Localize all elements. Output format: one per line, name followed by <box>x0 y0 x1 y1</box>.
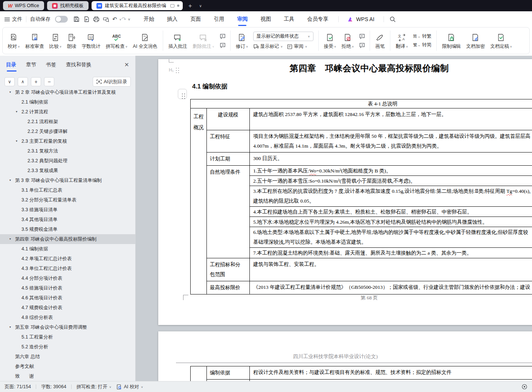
wps-ai-button[interactable]: WPS AI <box>342 16 379 22</box>
toc-item[interactable]: ▾ 4.6 其他项目计价表 <box>0 293 135 303</box>
toc-item[interactable]: ▾ 第 2 章 邛崃会议中心项目清单工程量计算及复核 <box>0 87 135 97</box>
heading-level-badge[interactable]: H₁ <box>169 67 177 73</box>
toc-item[interactable]: ▾ 2.3.2 典型问题处理 <box>0 156 135 166</box>
read-aloud-button[interactable]: 朗读 <box>64 31 79 50</box>
paragraph-drag-handle[interactable] <box>178 89 187 99</box>
sidebar-tab[interactable]: 书签 <box>46 61 56 72</box>
tab-template-store[interactable]: 找稻壳模板 <box>47 1 89 10</box>
menu-item[interactable]: 开始 <box>137 11 161 27</box>
compare-button[interactable]: 比较∨ <box>47 31 64 50</box>
print-button[interactable] <box>91 15 101 24</box>
ink-brush-button[interactable]: 画笔 <box>373 31 387 50</box>
review-pane-button[interactable]: 审阅∨ <box>287 43 307 50</box>
markup-state-dropdown[interactable]: 显示标记的最终状态 ∨ <box>253 32 313 41</box>
close-sidebar-button[interactable]: ✕ <box>124 61 129 71</box>
standard-review-button[interactable]: 标准审查 <box>23 31 47 50</box>
toc-expand-arrow-icon[interactable]: ▾ <box>9 325 11 329</box>
toc-item[interactable]: ▾ 第四章 邛崃会议中心最高投标限价编制 <box>0 234 135 244</box>
word-count-indicator[interactable]: 字数: 39064 <box>41 384 66 390</box>
expand-all-button[interactable]: ∨ <box>5 77 15 86</box>
track-changes-button[interactable]: 修订∨ <box>233 31 251 50</box>
export-pdf-button[interactable]: P <box>81 15 91 24</box>
collapse-all-button[interactable]: ∧ <box>18 77 28 86</box>
toc-item[interactable]: ▾ 2.2 计算流程 <box>0 107 135 117</box>
toc-item[interactable]: ▾ 第 3 章 邛崃会议中心项目工程量清单编制 <box>0 175 135 185</box>
ai-proofread-button[interactable]: AI 校对∨ <box>116 384 143 390</box>
toc-expand-arrow-icon[interactable]: ▾ <box>16 139 17 143</box>
toc-item[interactable]: ▾ 2.3.1 复核方法 <box>0 146 135 156</box>
insert-comment-button[interactable]: 插入批注 <box>166 31 190 50</box>
toc-item[interactable]: ▾ 2.3.3 复核成果 <box>0 166 135 175</box>
menu-item[interactable]: 会员专享 <box>301 11 335 27</box>
toc-item[interactable]: ▾ 5.1 工程量分析 <box>0 332 135 342</box>
toc-item[interactable]: ▾ 4.8 综价分析表 <box>0 313 135 322</box>
menu-item[interactable]: 引用 <box>207 11 231 27</box>
show-markup-button[interactable]: 显示标记∨ <box>253 43 283 50</box>
redo-button[interactable]: ↷ <box>121 16 126 23</box>
toc-item[interactable]: ▾ 3.2 分部分项工程量清单表 <box>0 195 135 205</box>
tab-wps-office[interactable]: W WPS Office <box>3 1 44 10</box>
document-canvas[interactable]: H₁ 第四章 邛崃会议中心最高投标限价编制 4.1 编制依据 表 4-1 总说明… <box>136 56 532 381</box>
tab-list-chevron-icon[interactable]: ∨ <box>198 4 203 8</box>
toc-item[interactable]: ▾ 2.2.1 流程框架 <box>0 117 135 127</box>
menu-item[interactable]: 页面 <box>184 11 207 27</box>
drag-handle-icon[interactable] <box>176 68 177 69</box>
toc-item[interactable]: ▾ 3.1 单位工程汇总表 <box>0 185 135 195</box>
print-preview-button[interactable] <box>101 15 111 24</box>
zoom-out-outline-button[interactable]: − <box>44 77 54 86</box>
toc-item[interactable]: ▾ 3.4 其他项目清单 <box>0 215 135 224</box>
toc-item[interactable]: ▾ 4.5 措施项目计价表 <box>0 283 135 293</box>
restrict-editing-button[interactable]: 限制编辑 <box>439 31 463 50</box>
next-change-button[interactable] <box>358 42 366 49</box>
toc-item[interactable]: ▾ 5.2 造价分析 <box>0 342 135 352</box>
toc-expand-arrow-icon[interactable]: ▾ <box>9 178 11 182</box>
previous-comment-button[interactable] <box>218 33 226 40</box>
word-count-button[interactable]: 12 字数统计 <box>79 31 103 50</box>
autosave-control[interactable]: 自动保存 <box>30 16 68 23</box>
toc-item[interactable]: ▾ 4.7 规费税金计价表 <box>0 303 135 313</box>
toc-item[interactable]: ▾ 2.1 编制依据 <box>0 97 135 107</box>
new-tab-button[interactable]: + <box>186 3 195 9</box>
encrypt-document-button[interactable]: 文档加密 <box>463 31 488 50</box>
toc-expand-arrow-icon[interactable]: ▾ <box>9 90 11 94</box>
toc-item[interactable]: ▾ 致 谢 <box>0 371 135 381</box>
toc-item[interactable]: ▾ 2.3 主要工程量的复核 <box>0 136 135 146</box>
toc-expand-arrow-icon[interactable]: ▾ <box>16 110 17 113</box>
undo-button[interactable]: ↶∨ <box>112 16 121 23</box>
toc-item[interactable]: ▾ 4.4 分部分项计价表 <box>0 273 135 283</box>
toc-item[interactable]: ▾ 4.2 单项工程汇总计价表 <box>0 254 135 264</box>
document-page-1[interactable]: H₁ 第四章 邛崃会议中心最高投标限价编制 4.1 编制依据 表 4-1 总说明… <box>158 59 532 325</box>
toc-item[interactable]: ▾ 3.3 措施项目清单 <box>0 205 135 215</box>
autosave-toggle[interactable] <box>55 16 68 23</box>
translate-button[interactable]: 文A 翻译∨ <box>393 31 411 50</box>
page-indicator[interactable]: 页面: 71/154 <box>5 384 31 390</box>
summary-table[interactable]: 表 4-1 总说明 工程 概况 建设规模 建筑占地面积 2537.80 平方米，… <box>190 99 532 294</box>
ai-polish-button[interactable]: AI 全文润色 <box>130 31 160 50</box>
ai-recognize-toc-button[interactable]: AI识别目录 <box>93 77 131 87</box>
sidebar-tab[interactable]: 查找和替换 <box>66 61 92 72</box>
toc-item[interactable]: ▾ 参考文献 <box>0 361 135 371</box>
spell-check-button[interactable]: ABC 拼写检查∨ <box>103 31 130 50</box>
file-menu[interactable]: 文件 <box>5 16 22 23</box>
spell-check-status[interactable]: 拼写检查: 打开∨ <box>76 384 112 390</box>
toc-item[interactable]: ▾ 4.1 编制依据 <box>0 244 135 254</box>
eye-protection-icon[interactable] <box>521 384 527 390</box>
summary-table-continued[interactable]: 编制依据 程设计文件及相关资料；与建设工程项目有关的标准、规范、技术资料；拟定的… <box>190 366 532 381</box>
toc-item[interactable]: ▾ 第六章 总结 <box>0 352 135 361</box>
toc-item[interactable]: ▾ 第五章 邛崃会议中心项目费用调整 <box>0 322 135 332</box>
save-button[interactable] <box>72 15 81 24</box>
sidebar-tab[interactable]: 章节 <box>26 61 36 72</box>
delete-comment-button[interactable]: 删除批注∨ <box>190 31 217 50</box>
menu-item[interactable]: 工具 <box>277 11 301 27</box>
to-traditional-button[interactable]: 简→ 转繁 <box>413 33 431 40</box>
toc-expand-arrow-icon[interactable]: ▾ <box>9 237 11 241</box>
proofread-button[interactable]: 校对∨ <box>5 31 23 50</box>
to-simplified-button[interactable]: 繁→ 转简 <box>413 42 431 48</box>
next-comment-button[interactable] <box>218 42 226 49</box>
more-commands-chevron-icon[interactable]: ∨ <box>128 17 130 21</box>
search-button[interactable] <box>388 15 397 24</box>
finalize-document-button[interactable]: 文档定稿∨ <box>488 31 515 50</box>
split-window-icon[interactable] <box>170 4 174 8</box>
toc-item[interactable]: ▾ 4.3 单位工程汇总计价表 <box>0 264 135 273</box>
toc-item[interactable]: ▾ 2.2.2 关键步骤详解 <box>0 127 135 136</box>
